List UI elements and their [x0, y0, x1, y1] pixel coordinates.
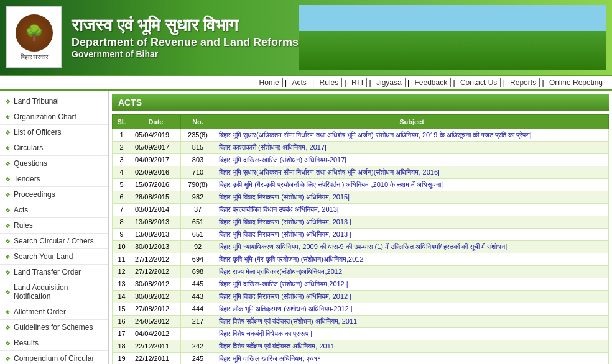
table-row[interactable]: 515/07/2016790(8)बिहार कृषि भूमि (गैर-कृ… [113, 179, 609, 191]
cell-subject[interactable]: बिहार भूमि विवाद निराकरण (संशोधन) अधिनिय… [215, 229, 609, 241]
cell-subject[interactable]: बिहार विशेष सर्वेक्षण एवं बंदोबस्त(संशोध… [215, 316, 609, 328]
nav-acts[interactable]: Acts [289, 78, 310, 87]
table-row[interactable]: 1330/08/2012445बिहार भूमि दाखिल-खारिज (स… [113, 278, 609, 291]
nav-contact[interactable]: Contact Us [457, 78, 501, 87]
bullet-icon: ❖ [5, 222, 11, 229]
sidebar-item-acts[interactable]: ❖ Acts [0, 202, 108, 218]
table-row[interactable]: 1127/12/2012694बिहार कृषि भूमि (गैर कृषि… [113, 253, 609, 266]
logo-label: बिहार सरकार [21, 53, 49, 61]
cell-sl: 14 [113, 291, 131, 303]
cell-sl: 5 [113, 179, 131, 191]
cell-subject[interactable]: बिहार भूमि दाखिल खारिज अधिनियम, २०११ [215, 353, 609, 365]
cell-subject[interactable]: बिहार भूमि विवाद निराकरण (संशोधन) अधिनिय… [215, 291, 609, 303]
table-row[interactable]: 1527/08/2012444बिहार लोक भूमि अतिक्रमण (… [113, 303, 609, 316]
cell-sl: 17 [113, 328, 131, 340]
nav-rti[interactable]: RTI [348, 78, 367, 87]
sidebar-item-questions[interactable]: ❖ Questions [0, 156, 108, 171]
col-header-date: Date [131, 115, 181, 129]
cell-date: 28/08/2015 [131, 191, 181, 204]
cell-subject[interactable]: बिहार विशेष चकबंदी विधेयक का प्रारूप | [215, 328, 609, 340]
sidebar-item-land-tribunal[interactable]: ❖ Land Tribunal [0, 94, 108, 109]
cell-sl: 15 [113, 303, 131, 316]
cell-subject[interactable]: बिहार विशेष सर्वेक्षण एवं बंदोबस्त अधिनि… [215, 340, 609, 353]
sidebar-item-label: Acts [14, 206, 28, 214]
cell-no: 803 [181, 154, 215, 166]
table-row[interactable]: 1430/08/2012443बिहार भूमि विवाद निराकरण … [113, 291, 609, 303]
sidebar-item-label: Questions [14, 159, 47, 168]
cell-sl: 9 [113, 229, 131, 241]
table-row[interactable]: 813/08/2013651बिहार भूमि विवाद निराकरण (… [113, 216, 609, 229]
cell-sl: 16 [113, 316, 131, 328]
header-subtitle: Government of Bihar [72, 49, 299, 59]
sidebar-item-search-your-land[interactable]: ❖ Search Your Land [0, 249, 108, 265]
cell-subject[interactable]: बिहार कृषि भूमि (गैर-कृषि प्रयोजनों के ल… [215, 179, 609, 191]
cell-subject[interactable]: बिहार कृषि भूमि (गैर कृषि प्रयोजन) (संशो… [215, 253, 609, 266]
sidebar-item-circulars[interactable]: ❖ Circulars [0, 140, 108, 156]
cell-sl: 3 [113, 154, 131, 166]
cell-subject[interactable]: बिहार काश्तकारी (संशोधन) अधिनियम, 2017| [215, 142, 609, 154]
cell-subject[interactable]: बिहार भूमि सुधार(अधिकतम सीमा निर्धारण तथ… [215, 129, 609, 142]
table-row[interactable]: 1030/01/201392बिहार भूमि न्यायाधिकरण अधि… [113, 241, 609, 253]
sidebar-item-list-officers[interactable]: ❖ List of Officers [0, 125, 108, 140]
sidebar-item-guidelines[interactable]: ❖ Guidelines for Schemes [0, 320, 108, 335]
cell-subject[interactable]: बिहार प्रत्यायोजित विधान उपबंध अधिनियम, … [215, 204, 609, 216]
table-row[interactable]: 1227/12/2012698बिहार राज्य मेला प्राधिका… [113, 266, 609, 278]
header-title-hindi: राजस्व एवं भूमि सुधार विभाग [72, 16, 299, 36]
sidebar-item-proceedings[interactable]: ❖ Proceedings [0, 187, 108, 202]
cell-subject[interactable]: बिहार भूमि सुधार(अधिकतम सीमा निर्धारण तथ… [215, 166, 609, 179]
table-row[interactable]: 1704/04/2012बिहार विशेष चकबंदी विधेयक का… [113, 328, 609, 340]
cell-no: 242 [181, 340, 215, 353]
acts-table: SL Date No. Subject 105/04/2019235(8)बिह… [112, 114, 609, 364]
cell-subject[interactable]: बिहार भूमि विवाद निराकरण (संशोधन) अधिनिय… [215, 191, 609, 204]
nav-reports[interactable]: Reports [507, 78, 540, 87]
cell-date: 02/09/2016 [131, 166, 181, 179]
cell-date: 24/05/2012 [131, 316, 181, 328]
cell-date: 05/09/2017 [131, 142, 181, 154]
page-header: 🌳 बिहार सरकार राजस्व एवं भूमि सुधार विभा… [0, 0, 612, 75]
table-row[interactable]: 1922/12/2011245बिहार भूमि दाखिल खारिज अध… [113, 353, 609, 365]
table-row[interactable]: 1624/05/2012217बिहार विशेष सर्वेक्षण एवं… [113, 316, 609, 328]
cell-subject[interactable]: बिहार राज्य मेला प्राधिकार(संशोधन)अधिनिय… [215, 266, 609, 278]
sidebar-item-organization-chart[interactable]: ❖ Organization Chart [0, 109, 108, 125]
cell-subject[interactable]: बिहार भूमि विवाद निराकरण (संशोधन) अधिनिय… [215, 216, 609, 229]
nav-rules[interactable]: Rules [317, 78, 343, 87]
bullet-icon: ❖ [5, 253, 11, 260]
bullet-icon: ❖ [5, 269, 11, 276]
table-row[interactable]: 703/01/201437बिहार प्रत्यायोजित विधान उप… [113, 204, 609, 216]
sidebar-item-search-circular-others[interactable]: ❖ Search Circular / Others [0, 234, 108, 249]
nav-online-repoting[interactable]: Online Repoting [546, 78, 606, 87]
cell-subject[interactable]: बिहार भूमि न्यायाधिकरण अधिनियम, 2009 की … [215, 241, 609, 253]
cell-no: 694 [181, 253, 215, 266]
cell-subject[interactable]: बिहार भूमि दाखिल-खारिज (संशोधन) अधिनियम-… [215, 154, 609, 166]
sidebar-item-land-transfer-order[interactable]: ❖ Land Transfer Order [0, 265, 108, 280]
nav-home[interactable]: Home [256, 78, 283, 87]
cell-subject[interactable]: बिहार भूमि दाखिल-खारिज (संशोधन) अधिनियम,… [215, 278, 609, 291]
sidebar-item-allotment-order[interactable]: ❖ Allotment Order [0, 304, 108, 320]
cell-date: 15/07/2016 [131, 179, 181, 191]
sidebar-item-tenders[interactable]: ❖ Tenders [0, 171, 108, 187]
table-row[interactable]: 304/09/2017803बिहार भूमि दाखिल-खारिज (सं… [113, 154, 609, 166]
bullet-icon: ❖ [5, 160, 11, 167]
sidebar-item-label: Rules [14, 221, 33, 230]
cell-date: 30/08/2012 [131, 291, 181, 303]
bullet-icon: ❖ [5, 324, 11, 331]
sidebar-item-rules[interactable]: ❖ Rules [0, 218, 108, 234]
table-row[interactable]: 1822/12/2011242बिहार विशेष सर्वेक्षण एवं… [113, 340, 609, 353]
sidebar-item-label: Land Tribunal [14, 97, 59, 106]
table-row[interactable]: 402/09/2016710बिहार भूमि सुधार(अधिकतम सी… [113, 166, 609, 179]
table-row[interactable]: 628/08/2015982बिहार भूमि विवाद निराकरण (… [113, 191, 609, 204]
nav-feedback[interactable]: Feedback [411, 78, 451, 87]
sidebar-item-land-acquisition[interactable]: ❖ Land Acquisition Notification [0, 280, 108, 304]
cell-date: 27/12/2012 [131, 266, 181, 278]
sidebar-item-compendium[interactable]: ❖ Compendium of Circular [0, 351, 108, 364]
sidebar-item-label: Allotment Order [14, 307, 66, 316]
nav-jigyasa[interactable]: Jigyasa [373, 78, 406, 87]
table-row[interactable]: 105/04/2019235(8)बिहार भूमि सुधार(अधिकतम… [113, 129, 609, 142]
table-row[interactable]: 913/08/2013651बिहार भूमि विवाद निराकरण (… [113, 229, 609, 241]
sidebar-item-results[interactable]: ❖ Results [0, 335, 108, 351]
table-row[interactable]: 205/09/2017815बिहार काश्तकारी (संशोधन) अ… [113, 142, 609, 154]
sidebar-item-label: Proceedings [14, 190, 55, 199]
cell-date: 04/09/2017 [131, 154, 181, 166]
cell-subject[interactable]: बिहार लोक भूमि अतिक्रमण (संशोधन) अधिनियम… [215, 303, 609, 316]
bullet-icon: ❖ [5, 98, 11, 105]
